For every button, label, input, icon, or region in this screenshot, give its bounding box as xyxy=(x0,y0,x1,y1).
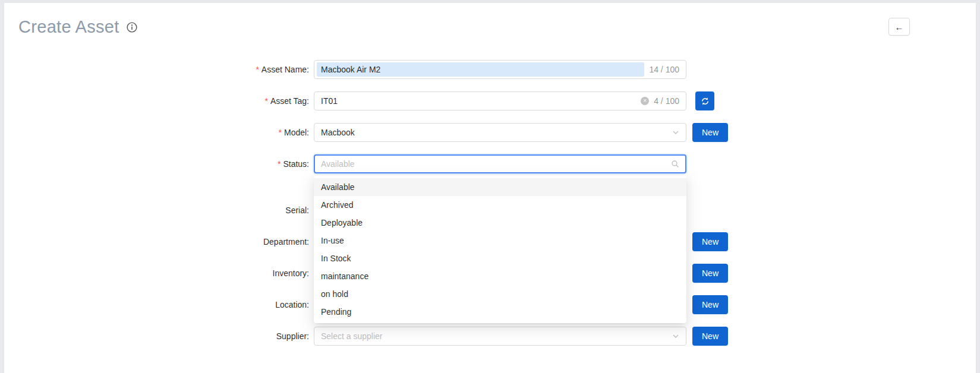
asset-tag-input[interactable]: IT01 × 4 / 100 xyxy=(314,91,686,110)
form-row-model: *Model: Macbook New xyxy=(4,123,976,142)
asset-name-label-text: Asset Name: xyxy=(261,65,309,74)
chevron-down-icon xyxy=(672,129,679,136)
new-model-button[interactable]: New xyxy=(692,123,728,142)
inventory-label: Inventory: xyxy=(4,264,309,283)
clear-icon[interactable]: × xyxy=(641,97,649,105)
asset-tag-control: IT01 × 4 / 100 xyxy=(314,91,686,110)
sync-icon xyxy=(701,97,710,106)
create-asset-form: *Asset Name: Macbook Air M2 14 / 100 *As… xyxy=(4,60,976,346)
supplier-select[interactable]: Select a supplier xyxy=(314,327,686,346)
asset-name-counter: 14 / 100 xyxy=(649,65,679,74)
status-option-maintanance[interactable]: maintanance xyxy=(314,267,686,285)
new-department-button[interactable]: New xyxy=(692,232,728,251)
status-label-text: Status: xyxy=(283,159,309,169)
search-icon xyxy=(671,160,679,168)
department-label-text: Department: xyxy=(263,237,309,246)
asset-tag-counter: 4 / 100 xyxy=(654,96,679,106)
page-header: Create Asset xyxy=(4,3,976,39)
supplier-placeholder: Select a supplier xyxy=(321,331,667,341)
status-option-pending[interactable]: Pending xyxy=(314,303,686,321)
model-action: New xyxy=(692,123,728,142)
back-button[interactable]: ← xyxy=(888,18,910,36)
new-supplier-button[interactable]: New xyxy=(692,327,728,346)
serial-label: Serial: xyxy=(4,201,309,220)
form-row-supplier: Supplier: Select a supplier New xyxy=(4,327,976,346)
required-marker: * xyxy=(278,159,281,169)
supplier-control: Select a supplier xyxy=(314,327,686,346)
status-option-in-stock[interactable]: In Stock xyxy=(314,249,686,267)
required-marker: * xyxy=(256,65,259,74)
generate-tag-button[interactable] xyxy=(695,91,714,110)
new-inventory-button[interactable]: New xyxy=(692,264,728,283)
status-label: *Status: xyxy=(4,154,309,173)
model-select[interactable]: Macbook xyxy=(314,123,686,142)
supplier-label-text: Supplier: xyxy=(276,331,309,341)
status-dropdown: Available Archived Deployable In-use In … xyxy=(314,176,686,323)
inventory-action: New xyxy=(692,264,728,283)
location-label-text: Location: xyxy=(275,300,309,309)
status-placeholder: Available xyxy=(321,159,666,169)
status-option-in-use[interactable]: In-use xyxy=(314,232,686,249)
status-select[interactable]: Available xyxy=(314,154,686,173)
asset-tag-label-text: Asset Tag: xyxy=(270,96,309,106)
asset-name-selection: Macbook Air M2 xyxy=(317,62,644,77)
supplier-label: Supplier: xyxy=(4,327,309,346)
serial-label-text: Serial: xyxy=(285,206,309,215)
asset-tag-value: IT01 xyxy=(321,96,636,106)
asset-name-input[interactable]: Macbook Air M2 14 / 100 xyxy=(314,60,686,79)
info-circle-icon[interactable] xyxy=(127,22,137,33)
supplier-action: New xyxy=(692,327,728,346)
chevron-down-icon xyxy=(672,333,679,340)
page: Create Asset ← *Asset Name: xyxy=(0,0,980,373)
status-option-on-hold[interactable]: on hold xyxy=(314,285,686,303)
form-row-status: *Status: Available Available Archived De… xyxy=(4,154,976,173)
asset-name-label: *Asset Name: xyxy=(4,60,309,79)
asset-tag-action xyxy=(695,91,714,110)
status-option-available[interactable]: Available xyxy=(314,178,686,196)
back-arrow-icon: ← xyxy=(895,22,904,32)
required-marker: * xyxy=(264,96,267,106)
create-asset-card: Create Asset ← *Asset Name: xyxy=(4,3,976,373)
required-marker: * xyxy=(279,128,282,137)
form-row-asset-tag: *Asset Tag: IT01 × 4 / 100 xyxy=(4,91,976,110)
inventory-label-text: Inventory: xyxy=(273,268,309,278)
model-label: *Model: xyxy=(4,123,309,142)
asset-name-value: Macbook Air M2 xyxy=(321,65,380,74)
asset-tag-label: *Asset Tag: xyxy=(4,91,309,110)
form-row-asset-name: *Asset Name: Macbook Air M2 14 / 100 xyxy=(4,60,976,79)
model-value: Macbook xyxy=(321,128,667,137)
model-label-text: Model: xyxy=(284,128,309,137)
status-control: Available Available Archived Deployable … xyxy=(314,154,686,173)
page-title: Create Asset xyxy=(18,17,119,37)
location-action: New xyxy=(692,295,728,314)
asset-name-control: Macbook Air M2 14 / 100 xyxy=(314,60,686,79)
new-location-button[interactable]: New xyxy=(692,295,728,314)
department-action: New xyxy=(692,232,728,251)
location-label: Location: xyxy=(4,295,309,314)
model-control: Macbook xyxy=(314,123,686,142)
department-label: Department: xyxy=(4,232,309,251)
status-option-archived[interactable]: Archived xyxy=(314,196,686,214)
status-option-deployable[interactable]: Deployable xyxy=(314,214,686,232)
